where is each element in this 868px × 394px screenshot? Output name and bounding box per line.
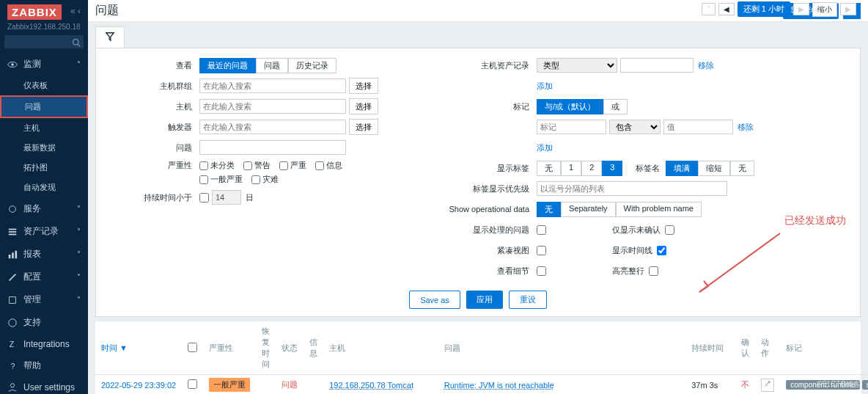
reset-button[interactable]: 重设 <box>509 291 547 309</box>
showtags-none[interactable]: 无 <box>537 161 561 176</box>
table-header-row: 时间 ▼ 严重性 恢复时间 状态 信息 主机 问题 持续时间 确认 动作 标记 <box>95 321 868 375</box>
unack-only-cb[interactable] <box>665 225 674 235</box>
nav-integrations[interactable]: ZIntegrations <box>0 334 88 354</box>
tagpriority-input[interactable] <box>537 181 727 196</box>
show-history[interactable]: 历史记录 <box>288 58 336 73</box>
svg-line-1 <box>78 44 80 46</box>
tags-andor[interactable]: 与/或（默认） <box>537 99 603 114</box>
th-status[interactable]: 状态 <box>276 321 304 375</box>
apply-button[interactable]: 应用 <box>466 291 503 309</box>
compact-cb[interactable] <box>537 246 546 255</box>
status-text[interactable]: 问题 <box>282 380 298 389</box>
th-severity[interactable]: 严重性 <box>203 321 256 375</box>
th-action[interactable]: 动作 <box>755 321 780 375</box>
tagpriority-label: 标签显示优先级 <box>445 183 537 194</box>
tag[interactable]: scope: availability <box>862 380 868 390</box>
ack-link[interactable]: 不 <box>741 380 749 389</box>
th-duration[interactable]: 持续时间 <box>685 321 735 375</box>
filter-tab[interactable] <box>95 26 125 48</box>
th-info[interactable]: 信息 <box>304 321 323 375</box>
logo-box: ZABBIX « ‹ <box>0 0 88 23</box>
sev-unclass-cb[interactable] <box>199 161 208 170</box>
asset-remove[interactable]: 移除 <box>698 60 714 71</box>
tagname-full[interactable]: 填满 <box>666 161 698 176</box>
showtags-3[interactable]: 3 <box>602 161 622 176</box>
th-problem[interactable]: 问题 <box>438 321 685 375</box>
sev-avg-cb[interactable] <box>199 175 208 184</box>
nav-inventory[interactable]: 资产记录˅ <box>0 220 88 243</box>
nav-usersettings[interactable]: User settings <box>0 377 88 394</box>
time-right-arrow[interactable]: ▶ <box>793 3 809 15</box>
trigger-input[interactable] <box>199 120 346 134</box>
nav-latest[interactable]: 最新数据 <box>0 138 88 158</box>
nav-dashboard[interactable]: 仪表板 <box>0 76 88 95</box>
opdata-with[interactable]: With problem name <box>616 202 702 217</box>
tag-val-input[interactable] <box>663 120 733 134</box>
highlight-cb[interactable] <box>649 266 658 276</box>
showtags-2[interactable]: 2 <box>581 161 602 176</box>
nav-hosts[interactable]: 主机 <box>0 118 88 138</box>
sev-disaster-cb[interactable] <box>251 175 260 184</box>
sev-high-cb[interactable] <box>279 161 288 170</box>
select-all-cb[interactable] <box>188 343 197 352</box>
asset-add[interactable]: 添加 <box>537 81 553 92</box>
tag-name-input[interactable] <box>537 120 606 134</box>
save-as-button[interactable]: Save as <box>409 291 460 309</box>
time-left-arrow[interactable]: ◀ <box>718 3 735 15</box>
duration-label: 持续时间小于 <box>108 192 199 203</box>
hostgroup-input[interactable] <box>199 79 346 93</box>
action-icon[interactable] <box>761 379 774 392</box>
host-select[interactable]: 选择 <box>349 98 378 114</box>
problems-table: 时间 ▼ 严重性 恢复时间 状态 信息 主机 问题 持续时间 确认 动作 标记 … <box>95 321 868 394</box>
filter-col-left: 查看 最近的问题 问题 历史记录 主机群组 选择 主机 选择 <box>108 57 416 283</box>
asset-val-input[interactable] <box>620 58 694 73</box>
time-next[interactable]: ▶ <box>840 3 856 15</box>
row-cb[interactable] <box>188 379 197 389</box>
show-recent[interactable]: 最近的问题 <box>199 58 256 73</box>
nav-problems[interactable]: 问题 <box>0 95 88 118</box>
show-processed-cb[interactable] <box>537 225 546 235</box>
collapse-icon[interactable]: « ‹ <box>70 6 81 16</box>
nav-config[interactable]: 配置˅ <box>0 266 88 288</box>
sev-warn-cb[interactable] <box>243 161 252 170</box>
nav-discovery[interactable]: 自动发现 <box>0 178 88 197</box>
duration-cb[interactable] <box>199 193 209 203</box>
nav-reports[interactable]: 报表˅ <box>0 243 88 266</box>
problem-link[interactable]: Runtime: JVM is not reachable <box>444 381 554 390</box>
time-prev[interactable]: ˅ <box>702 3 716 15</box>
th-time[interactable]: 时间 ▼ <box>95 321 182 375</box>
problem-input[interactable] <box>199 140 346 155</box>
time-remaining[interactable]: 还剩 1 小时 <box>738 1 790 17</box>
tag-remove[interactable]: 移除 <box>738 122 754 133</box>
details-cb[interactable] <box>537 266 546 276</box>
opdata-sep[interactable]: Separately <box>561 202 616 217</box>
time-link[interactable]: 2022-05-29 23:39:02 <box>101 381 176 390</box>
host-input[interactable] <box>199 99 346 114</box>
nav-monitoring[interactable]: 监测 ˄ <box>0 53 88 76</box>
tags-or[interactable]: 或 <box>603 99 628 114</box>
tagname-none[interactable]: 无 <box>730 161 754 176</box>
show-problems[interactable]: 问题 <box>256 58 288 73</box>
timeline-cb[interactable] <box>657 246 666 255</box>
showtags-1[interactable]: 1 <box>561 161 581 176</box>
opdata-none[interactable]: 无 <box>537 202 561 217</box>
hostgroup-select[interactable]: 选择 <box>349 78 378 94</box>
tagname-short[interactable]: 缩短 <box>698 161 730 176</box>
nav-support[interactable]: 支持 <box>0 311 88 334</box>
nav-admin[interactable]: 管理˅ <box>0 288 88 311</box>
th-recovery[interactable]: 恢复时间 <box>256 321 276 375</box>
logo[interactable]: ZABBIX <box>7 4 62 20</box>
nav-help[interactable]: ?帮助 <box>0 354 88 377</box>
tag-op-select[interactable]: 包含 <box>609 120 661 134</box>
th-ack[interactable]: 确认 <box>735 321 755 375</box>
nav-services[interactable]: 服务˅ <box>0 197 88 220</box>
trigger-select[interactable]: 选择 <box>349 119 378 135</box>
tag-add[interactable]: 添加 <box>537 142 553 153</box>
th-tags[interactable]: 标记 <box>780 321 868 375</box>
asset-type-select[interactable]: 类型 <box>537 58 617 73</box>
time-shrink[interactable]: 缩小 <box>812 2 837 17</box>
host-link[interactable]: 192.168.250.78 Tomcat <box>329 381 413 390</box>
sev-info-cb[interactable] <box>315 161 324 170</box>
th-host[interactable]: 主机 <box>323 321 438 375</box>
nav-maps[interactable]: 拓扑图 <box>0 158 88 178</box>
